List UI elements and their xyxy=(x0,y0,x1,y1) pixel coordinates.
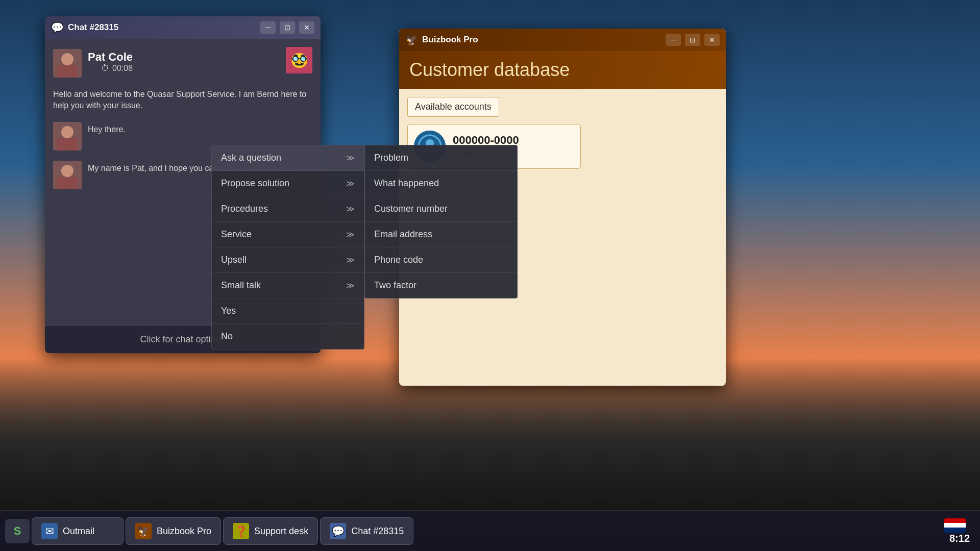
menu-item-no[interactable]: No xyxy=(212,324,364,349)
submenu-item-email-address[interactable]: Email address xyxy=(365,222,517,247)
svg-point-5 xyxy=(61,126,74,138)
system-logo: S xyxy=(14,524,21,538)
buizbook-db-title: Customer database xyxy=(409,59,716,81)
submenu-item-customer-number[interactable]: Customer number xyxy=(365,196,517,222)
user-avatar-large xyxy=(53,49,82,78)
buizbook-minimize-button[interactable]: ─ xyxy=(666,34,681,46)
submenu-chevron-5: ≫ xyxy=(346,255,355,265)
user-avatar-small-2 xyxy=(53,161,82,189)
chat-title-text: Chat #28315 xyxy=(68,22,256,33)
submenu-item-what-happened[interactable]: What happened xyxy=(365,171,517,196)
svg-rect-7 xyxy=(57,138,78,151)
buizbook-title-icon: 🦅 xyxy=(405,34,418,46)
agent-bubble: 🥸 xyxy=(286,47,312,73)
menu-item-yes[interactable]: Yes xyxy=(212,298,364,324)
svg-rect-11 xyxy=(57,177,78,189)
taskbar-chat-button[interactable]: 💬 Chat #28315 xyxy=(320,517,413,545)
menu-label-small-talk: Small talk xyxy=(221,280,261,291)
support-desk-icon: ❓ xyxy=(233,523,249,539)
chat-resize-button[interactable]: ⊡ xyxy=(280,21,295,34)
submenu-chevron-2: ≫ xyxy=(346,179,355,188)
chat-minimize-button[interactable]: ─ xyxy=(260,21,276,34)
submenu-item-problem[interactable]: Problem xyxy=(365,145,517,171)
timer-value: 00:08 xyxy=(112,64,133,73)
chat-tb-icon: 💬 xyxy=(330,523,346,539)
taskbar-support-desk-label: Support desk xyxy=(254,526,308,537)
context-menu-secondary: Problem What happened Customer number Em… xyxy=(364,145,518,298)
chat-title-icon: 💬 xyxy=(51,21,64,34)
menu-item-small-talk[interactable]: Small talk ≫ xyxy=(212,273,364,298)
chat-timer: ⏱ 00:08 xyxy=(88,64,133,73)
menu-item-procedures[interactable]: Procedures ≫ xyxy=(212,196,364,222)
taskbar-chat-label: Chat #28315 xyxy=(351,526,404,537)
submenu-item-phone-code[interactable]: Phone code xyxy=(365,247,517,273)
buizbook-close-button[interactable]: ✕ xyxy=(704,34,720,46)
svg-rect-3 xyxy=(57,65,78,78)
taskbar-outmail-label: Outmail xyxy=(63,526,94,537)
buizbook-title-text: Buizbook Pro xyxy=(422,35,662,45)
svg-point-9 xyxy=(61,165,74,177)
menu-label-service: Service xyxy=(221,229,252,240)
outmail-icon: ✉ xyxy=(41,523,58,539)
submenu-item-two-factor[interactable]: Two factor xyxy=(365,273,517,298)
menu-label-ask-question: Ask a question xyxy=(221,153,281,163)
taskbar-time-display: 8:12 xyxy=(949,533,970,544)
buizbook-titlebar: 🦅 Buizbook Pro ─ ⊡ ✕ xyxy=(399,29,726,51)
menu-item-upsell[interactable]: Upsell ≫ xyxy=(212,247,364,273)
submenu-chevron-1: ≫ xyxy=(346,153,355,163)
menu-label-procedures: Procedures xyxy=(221,204,268,214)
context-menu-overlay: Ask a question ≫ Propose solution ≫ Proc… xyxy=(211,145,518,349)
menu-item-ask-question[interactable]: Ask a question ≫ xyxy=(212,145,364,171)
buizbook-resize-button[interactable]: ⊡ xyxy=(685,34,700,46)
taskbar-outmail-button[interactable]: ✉ Outmail xyxy=(32,517,124,545)
svg-point-1 xyxy=(61,53,74,65)
message-text-1: Hello and welcome to the Quasar Support … xyxy=(53,87,312,112)
user-avatar-small-1 xyxy=(53,122,82,151)
chat-titlebar: 💬 Chat #28315 ─ ⊡ ✕ xyxy=(45,16,321,39)
taskbar-buizbook-button[interactable]: 🦅 Buizbook Pro xyxy=(126,517,221,545)
submenu-chevron-6: ≫ xyxy=(346,281,355,290)
menu-label-yes: Yes xyxy=(221,306,236,316)
buizbook-header: Customer database xyxy=(399,51,726,89)
chat-user-name: Pat Cole xyxy=(88,51,133,64)
clock-icon: ⏱ xyxy=(101,64,109,73)
agent-icon: 🥸 xyxy=(286,47,312,73)
menu-item-service[interactable]: Service ≫ xyxy=(212,222,364,247)
taskbar: S ✉ Outmail 🦅 Buizbook Pro ❓ Support des… xyxy=(0,511,980,551)
taskbar-support-desk-button[interactable]: ❓ Support desk xyxy=(223,517,318,545)
message-text-2: Hey there. xyxy=(88,122,126,135)
chat-message: Hello and welcome to the Quasar Support … xyxy=(53,87,312,112)
submenu-chevron-3: ≫ xyxy=(346,204,355,214)
taskbar-buizbook-label: Buizbook Pro xyxy=(157,526,211,537)
menu-item-propose-solution[interactable]: Propose solution ≫ xyxy=(212,171,364,196)
available-accounts-label: Available accounts xyxy=(407,97,499,117)
taskbar-system-icon[interactable]: S xyxy=(5,519,30,543)
context-menu-primary: Ask a question ≫ Propose solution ≫ Proc… xyxy=(211,145,364,349)
taskbar-flag xyxy=(944,518,966,533)
submenu-chevron-4: ≫ xyxy=(346,230,355,239)
menu-label-propose-solution: Propose solution xyxy=(221,178,289,189)
buizbook-tb-icon: 🦅 xyxy=(135,523,152,539)
taskbar-clock: 8:12 xyxy=(944,518,975,544)
menu-label-no: No xyxy=(221,331,233,342)
chat-close-button[interactable]: ✕ xyxy=(299,21,314,34)
menu-label-upsell: Upsell xyxy=(221,255,247,265)
